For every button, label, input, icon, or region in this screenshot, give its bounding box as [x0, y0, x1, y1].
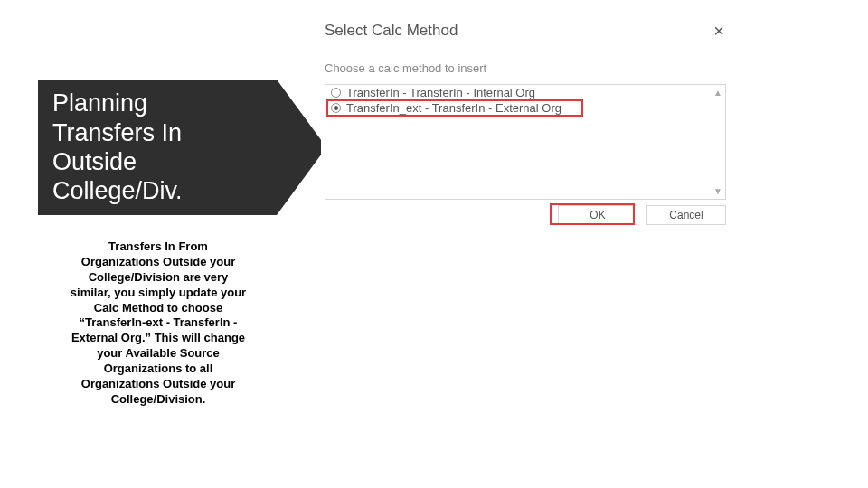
dialog-footer: OK Cancel: [321, 200, 730, 225]
close-icon[interactable]: ×: [712, 22, 726, 40]
section-banner: Planning Transfers In Outside College/Di…: [38, 80, 277, 215]
dialog-subtitle: Choose a calc method to insert: [321, 47, 730, 82]
calc-method-option-internal[interactable]: TransferIn - TransferIn - Internal Org: [326, 85, 725, 100]
dialog-title: Select Calc Method: [325, 22, 458, 40]
calc-method-listbox[interactable]: TransferIn - TransferIn - Internal Org T…: [325, 84, 726, 200]
select-calc-method-dialog: Select Calc Method × Choose a calc metho…: [321, 20, 730, 225]
dialog-header: Select Calc Method ×: [321, 20, 730, 47]
radio-icon: [331, 88, 341, 98]
ok-button[interactable]: OK: [558, 205, 637, 225]
option-label: TransferIn_ext - TransferIn - External O…: [346, 101, 561, 115]
radio-checked-icon: [331, 103, 341, 113]
section-title: Planning Transfers In Outside College/Di…: [52, 89, 250, 206]
calc-method-option-external[interactable]: TransferIn_ext - TransferIn - External O…: [326, 100, 725, 116]
scroll-up-icon[interactable]: ▲: [713, 88, 722, 98]
option-label: TransferIn - TransferIn - Internal Org: [346, 86, 535, 99]
scroll-down-icon[interactable]: ▼: [713, 186, 722, 196]
cancel-button[interactable]: Cancel: [646, 205, 726, 225]
section-description: Transfers In From Organizations Outside …: [68, 239, 249, 408]
